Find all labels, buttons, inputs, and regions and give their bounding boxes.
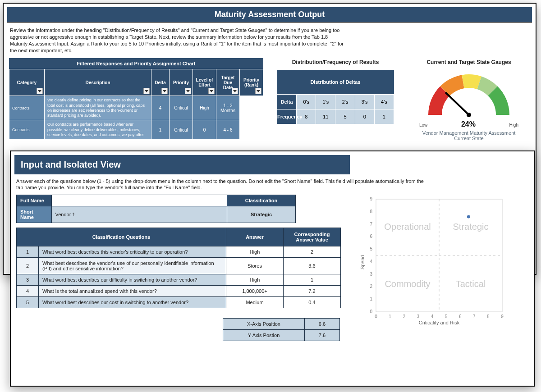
cell-category: Contracts xyxy=(9,120,45,140)
svg-text:7: 7 xyxy=(370,221,372,226)
svg-point-0 xyxy=(467,113,471,117)
q-text: What is the total annualized spend with … xyxy=(39,285,226,296)
dist-freq-1: 11 xyxy=(316,109,335,124)
q-answer-value: 1 xyxy=(284,274,341,285)
table-row: 1What word best describes this vendor's … xyxy=(17,246,341,257)
short-name-label: Short Name xyxy=(17,206,52,223)
q-answer-dropdown[interactable]: Stores xyxy=(226,257,284,274)
q-text: What word best describes this vendor's c… xyxy=(39,246,226,257)
gauge-high: High xyxy=(509,123,518,128)
q-answer-dropdown[interactable]: High xyxy=(226,246,284,257)
table-row: ContractsOur contracts are performance b… xyxy=(9,120,263,140)
svg-text:5: 5 xyxy=(445,314,448,319)
q-text: What word best describes our cost in swi… xyxy=(39,296,226,308)
table-row: 5What word best describes our cost in sw… xyxy=(17,296,341,308)
qhead-value: Corresponding Answer Value xyxy=(284,228,341,246)
quad-xlabel: Criticality and Risk xyxy=(419,320,460,325)
col-loe[interactable]: Level of Effort xyxy=(193,69,216,96)
sheet1-body: Filtered Responses and Priority Assignme… xyxy=(4,58,536,141)
y-axis-value: 7.6 xyxy=(305,329,340,341)
filter-icon[interactable] xyxy=(161,88,168,94)
x-axis-label: X-Axis Position xyxy=(223,318,305,329)
svg-text:9: 9 xyxy=(501,314,504,319)
svg-text:0: 0 xyxy=(370,309,372,314)
filter-icon[interactable] xyxy=(255,88,261,94)
svg-text:7: 7 xyxy=(473,314,476,319)
cell-category: Contracts xyxy=(9,96,45,120)
dist-freq-4: 1 xyxy=(374,109,394,124)
filter-icon[interactable] xyxy=(208,88,215,94)
priority-chart: Filtered Responses and Priority Assignme… xyxy=(9,58,263,141)
q-answer-dropdown[interactable]: High xyxy=(226,274,284,285)
filter-icon[interactable] xyxy=(143,88,150,94)
dist-row-delta: Delta xyxy=(277,95,297,109)
svg-text:8: 8 xyxy=(487,314,490,319)
quad-ylabel: Spend xyxy=(360,255,365,269)
filter-icon[interactable] xyxy=(232,88,238,94)
sheet2-title: Input and Isolated View xyxy=(14,155,350,174)
classification-questions-table: Classification Questions Answer Correspo… xyxy=(16,228,341,308)
col-description[interactable]: Description xyxy=(45,69,151,96)
dist-col-3: 3's xyxy=(355,95,374,109)
filter-icon[interactable] xyxy=(37,88,43,94)
svg-text:6: 6 xyxy=(370,234,372,239)
distribution-table: Delta 0's 1's 2's 3's 4's Frequency 8 11… xyxy=(277,94,394,124)
table-row: ContractsWe clearly define pricing in ou… xyxy=(9,96,263,120)
full-name-input[interactable] xyxy=(51,195,227,206)
q-answer-dropdown[interactable]: Medium xyxy=(226,296,284,308)
name-bar: Full Name Classification Short Name Vend… xyxy=(16,195,296,223)
full-name-label: Full Name xyxy=(17,195,52,206)
svg-text:8: 8 xyxy=(370,209,372,214)
q-answer-value: 0.4 xyxy=(284,296,341,308)
distribution-heading: Distribution of Deltas xyxy=(277,70,394,94)
classification-value: Strategic xyxy=(227,206,296,223)
table-row: 3What word best describes our difficulty… xyxy=(17,274,341,285)
gauge-chart xyxy=(419,70,518,119)
q-number: 1 xyxy=(17,246,39,257)
q-number: 4 xyxy=(17,285,39,296)
col-tdd[interactable]: Target Due Date xyxy=(216,69,240,96)
stage: Maturity Assessment Output Review the in… xyxy=(0,0,541,392)
col-rank[interactable]: Priority (Rank) xyxy=(240,69,263,96)
dist-col-2: 2's xyxy=(335,95,355,109)
table-row: 4What is the total annualized spend with… xyxy=(17,285,341,296)
gauge-low: Low xyxy=(419,123,427,128)
dist-freq-3: 0 xyxy=(355,109,374,124)
quad-strategic: Strategic xyxy=(453,222,489,232)
quad-tactical: Tactical xyxy=(456,279,486,289)
dist-row-freq: Frequency xyxy=(277,109,297,124)
quadrant-chart: Operational Strategic Commodity Tactical… xyxy=(359,195,512,330)
table-row: 2What best describes the vendor's use of… xyxy=(17,257,341,274)
col-category[interactable]: Category xyxy=(9,69,45,96)
cell-loe: High xyxy=(193,96,216,120)
cell-rank-input[interactable] xyxy=(240,120,263,140)
col-priority[interactable]: Priority xyxy=(170,69,193,96)
col-delta[interactable]: Delta xyxy=(151,69,170,96)
dist-freq-2: 5 xyxy=(335,109,355,124)
q-answer-value: 2 xyxy=(284,246,341,257)
gauge-needle xyxy=(445,92,469,115)
q-number: 3 xyxy=(17,274,39,285)
cell-tdd: 1 - 3 Months xyxy=(216,96,240,120)
dist-col-0: 0's xyxy=(297,95,316,109)
sheet1-intro: Review the information under the heading… xyxy=(4,25,350,58)
q-number: 2 xyxy=(17,257,39,274)
quad-operational: Operational xyxy=(384,222,431,232)
gauge-caption-1: Vendor Management Maturity Assessment xyxy=(422,130,516,136)
q-answer-dropdown[interactable]: 1,000,000+ xyxy=(226,285,284,296)
cell-loe: 0 xyxy=(193,120,216,140)
sheet2-left: Full Name Classification Short Name Vend… xyxy=(16,195,341,341)
q-text: What best describes the vendor's use of … xyxy=(39,257,226,274)
dist-col-4: 4's xyxy=(374,95,394,109)
distribution-block: Distribution/Frequency of Results Distri… xyxy=(277,58,394,141)
qhead-question: Classification Questions xyxy=(17,228,226,246)
svg-text:3: 3 xyxy=(370,271,372,276)
svg-text:6: 6 xyxy=(459,314,462,319)
filter-icon[interactable] xyxy=(185,88,191,94)
sheet2-intro: Answer each of the questions below (1 - … xyxy=(11,177,432,195)
priority-table: Category Description Delta Priority Leve… xyxy=(9,69,263,140)
cell-tdd: 4 - 6 xyxy=(216,120,240,140)
axis-position-table: X-Axis Position6.6 Y-Axis Postion7.6 xyxy=(223,318,340,341)
short-name-value: Vendor 1 xyxy=(51,206,227,223)
cell-rank-input[interactable] xyxy=(240,96,263,120)
